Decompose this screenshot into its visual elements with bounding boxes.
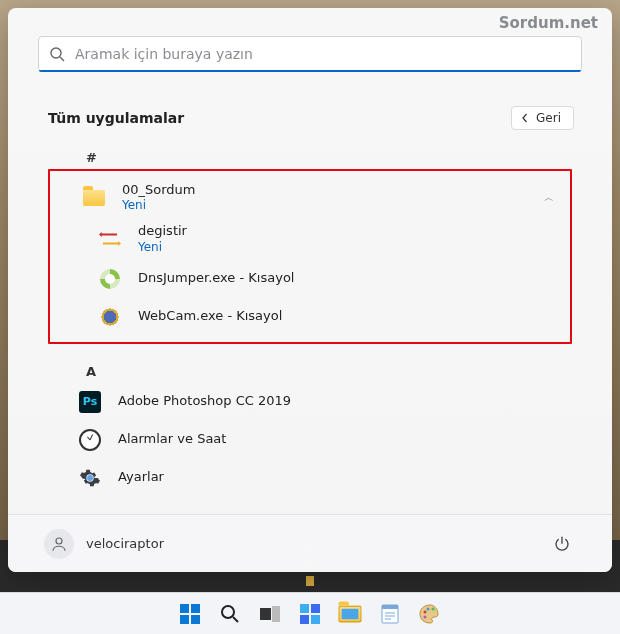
- svg-rect-13: [311, 604, 320, 613]
- start-button[interactable]: [177, 601, 203, 627]
- app-folder-sordum[interactable]: 00_Sordum Yeni ︿: [52, 177, 568, 218]
- folder-icon: [83, 190, 105, 206]
- taskbar-search-button[interactable]: [217, 601, 243, 627]
- svg-point-3: [56, 538, 62, 544]
- user-name: velociraptor: [86, 536, 164, 551]
- svg-rect-6: [180, 615, 189, 624]
- app-name: degistir: [138, 223, 187, 239]
- palette-icon: [419, 604, 441, 624]
- group-label-hash[interactable]: #: [86, 150, 572, 165]
- search-box[interactable]: [38, 36, 582, 72]
- start-footer: velociraptor: [8, 514, 612, 572]
- gear-icon: [79, 467, 101, 489]
- app-name: DnsJumper.exe - Kısayol: [138, 270, 294, 286]
- new-badge: Yeni: [122, 198, 196, 213]
- notepad-button[interactable]: [377, 601, 403, 627]
- svg-rect-7: [191, 615, 200, 624]
- app-name: Alarmlar ve Saat: [118, 431, 226, 447]
- svg-rect-10: [260, 608, 271, 620]
- svg-rect-4: [180, 604, 189, 613]
- file-explorer-button[interactable]: [337, 601, 363, 627]
- app-name: WebCam.exe - Kısayol: [138, 308, 282, 324]
- svg-point-0: [51, 48, 61, 58]
- app-item-webcam[interactable]: WebCam.exe - Kısayol: [52, 298, 568, 336]
- svg-line-1: [60, 57, 64, 61]
- new-badge: Yeni: [138, 240, 187, 255]
- app-item-degistir[interactable]: degistir Yeni: [52, 218, 568, 259]
- back-button-label: Geri: [536, 111, 561, 125]
- taskbar: [0, 592, 620, 634]
- svg-rect-11: [272, 606, 280, 622]
- dnsjumper-icon: [100, 269, 120, 289]
- annotation-highlight: 00_Sordum Yeni ︿ degistir Yeni DnsJumper…: [48, 169, 572, 344]
- widgets-icon: [299, 603, 321, 625]
- app-name: 00_Sordum: [122, 182, 196, 198]
- chevron-up-icon: ︿: [544, 191, 554, 205]
- search-input[interactable]: [75, 46, 571, 62]
- app-name: Ayarlar: [118, 469, 164, 485]
- app-item-alarms[interactable]: Alarmlar ve Saat: [48, 421, 572, 459]
- app-item-dnsjumper[interactable]: DnsJumper.exe - Kısayol: [52, 260, 568, 298]
- app-item-photoshop[interactable]: Ps Adobe Photoshop CC 2019: [48, 383, 572, 421]
- svg-point-22: [427, 607, 430, 610]
- start-menu-panel: Sordum.net Tüm uygulamalar Geri # 00_Sor…: [8, 8, 612, 572]
- chevron-left-icon: [520, 113, 530, 123]
- app-name: Adobe Photoshop CC 2019: [118, 393, 291, 409]
- watermark-text: Sordum.net: [499, 14, 598, 32]
- folder-icon: [338, 605, 361, 622]
- svg-point-23: [432, 607, 435, 610]
- all-apps-title: Tüm uygulamalar: [48, 110, 184, 126]
- paint-button[interactable]: [417, 601, 443, 627]
- notepad-icon: [380, 603, 400, 625]
- clock-icon: [79, 429, 101, 451]
- back-button[interactable]: Geri: [511, 106, 574, 130]
- group-label-a[interactable]: A: [86, 364, 572, 379]
- svg-rect-14: [300, 615, 309, 624]
- task-view-icon: [260, 606, 280, 622]
- webcam-icon: [100, 307, 120, 327]
- svg-point-2: [87, 475, 93, 481]
- svg-point-21: [424, 610, 427, 613]
- svg-line-9: [233, 617, 238, 622]
- svg-point-24: [424, 615, 427, 618]
- svg-rect-5: [191, 604, 200, 613]
- photoshop-icon: Ps: [79, 391, 101, 413]
- avatar-icon: [44, 529, 74, 559]
- search-icon: [49, 46, 65, 62]
- search-icon: [220, 604, 240, 624]
- widgets-button[interactable]: [297, 601, 323, 627]
- swap-icon: [99, 232, 121, 246]
- power-icon: [553, 535, 571, 553]
- task-view-button[interactable]: [257, 601, 283, 627]
- svg-rect-17: [382, 605, 398, 609]
- power-button[interactable]: [548, 530, 576, 558]
- svg-point-8: [222, 606, 234, 618]
- user-account-button[interactable]: velociraptor: [44, 529, 164, 559]
- svg-rect-15: [311, 615, 320, 624]
- svg-rect-12: [300, 604, 309, 613]
- app-item-settings[interactable]: Ayarlar: [48, 459, 572, 497]
